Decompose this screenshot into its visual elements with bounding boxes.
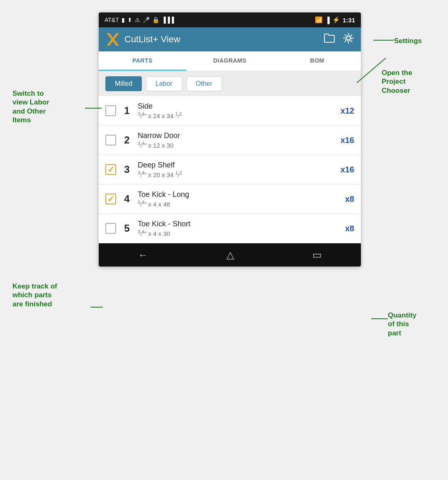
annotation-line-2 xyxy=(373,40,394,41)
app-bar-icons xyxy=(324,32,354,47)
part-name-5: Toe Kick - Short xyxy=(138,220,331,228)
part-qty-2: x16 xyxy=(336,136,354,145)
part-dims-5: 3/4" x 4 x 30 xyxy=(138,229,331,237)
status-bar: AT&T ▮ ⬆ ⚠ 🎤 🔒 ▐▐▐ 📶 ▐ ⚡ 1:31 xyxy=(99,12,361,27)
back-button[interactable]: ← xyxy=(138,249,148,261)
part-dims-4: 3/4" x 4 x 48 xyxy=(138,200,331,208)
parts-list: 1 Side 3/4" x 24 x 34 1/2 x12 2 Narrow D… xyxy=(99,96,361,243)
part-info-4: Toe Kick - Long 3/4" x 4 x 48 xyxy=(138,190,331,208)
table-row: 2 Narrow Door 3/4" x 12 x 30 x16 xyxy=(99,126,361,155)
part-qty-5: x8 xyxy=(336,224,354,233)
part-name-3: Deep Shelf xyxy=(138,161,331,170)
folder-icon[interactable] xyxy=(324,33,335,46)
annotation-line-4 xyxy=(371,318,388,319)
annotation-line-3 xyxy=(90,307,103,308)
part-number-5: 5 xyxy=(121,223,133,234)
part-number-3: 3 xyxy=(121,164,133,175)
table-row: ✓ 4 Toe Kick - Long 3/4" x 4 x 48 x8 xyxy=(99,184,361,214)
filter-labor[interactable]: Labor xyxy=(146,76,182,91)
upload-icon: ⬆ xyxy=(127,17,132,23)
app-bar-left: CutList+ View xyxy=(105,32,180,47)
battery-icon: ⚡ xyxy=(332,16,340,24)
app-title: CutList+ View xyxy=(124,34,180,45)
annotation-line-1 xyxy=(85,108,102,109)
carrier-text: AT&T xyxy=(105,17,119,23)
time-text: 1:31 xyxy=(343,17,355,24)
annotation-quantity: Quantityof thispart xyxy=(388,311,436,337)
part-number-2: 2 xyxy=(121,134,133,146)
app-bar: CutList+ View xyxy=(99,27,361,51)
svg-point-1 xyxy=(347,36,351,40)
home-button[interactable]: △ xyxy=(226,249,234,261)
part-info-1: Side 3/4" x 24 x 34 1/2 xyxy=(138,102,331,119)
tab-parts[interactable]: PARTS xyxy=(99,51,186,71)
part-qty-1: x12 xyxy=(336,106,354,116)
part-number-1: 1 xyxy=(121,105,133,116)
shield-icon: 🔒 xyxy=(152,17,159,23)
annotation-switch-view: Switch toview Laborand OtherItems xyxy=(12,89,85,124)
phone-container: AT&T ▮ ⬆ ⚠ 🎤 🔒 ▐▐▐ 📶 ▐ ⚡ 1:31 xyxy=(99,12,361,267)
part-dims-1: 3/4" x 24 x 34 1/2 xyxy=(138,112,331,119)
mic-icon: 🎤 xyxy=(143,17,150,23)
part-name-1: Side xyxy=(138,102,331,111)
signal-bars-icon: ▐ xyxy=(325,17,330,24)
checkbox-5[interactable] xyxy=(105,223,116,234)
recent-button[interactable]: ▭ xyxy=(312,249,322,261)
part-qty-4: x8 xyxy=(336,194,354,204)
annotation-arrow-project xyxy=(353,54,390,87)
part-dims-3: 3/4" x 20 x 34 1/2 xyxy=(138,170,331,178)
part-qty-3: x16 xyxy=(336,165,354,175)
filter-other[interactable]: Other xyxy=(186,76,222,91)
status-left: AT&T ▮ ⬆ ⚠ 🎤 🔒 ▐▐▐ xyxy=(105,17,174,23)
filter-milled[interactable]: Milled xyxy=(105,76,142,91)
checkbox-4[interactable]: ✓ xyxy=(105,194,116,204)
part-dims-2: 3/4" x 12 x 30 xyxy=(138,141,331,149)
tabs-bar: PARTS DIAGRAMS BOM xyxy=(99,51,361,71)
settings-icon[interactable] xyxy=(343,32,354,47)
filter-bar: Milled Labor Other xyxy=(99,71,361,96)
part-name-4: Toe Kick - Long xyxy=(138,190,331,199)
checkbox-1[interactable] xyxy=(105,105,116,116)
tab-bom[interactable]: BOM xyxy=(273,51,361,71)
table-row: 5 Toe Kick - Short 3/4" x 4 x 30 x8 xyxy=(99,214,361,243)
tab-diagrams[interactable]: DIAGRAMS xyxy=(186,51,274,71)
bottom-nav: ← △ ▭ xyxy=(99,243,361,267)
part-number-4: 4 xyxy=(121,193,133,205)
part-name-2: Narrow Door xyxy=(138,131,331,140)
checkbox-2[interactable] xyxy=(105,135,116,145)
checkmark-icon-3: ✓ xyxy=(107,165,114,175)
svg-line-3 xyxy=(357,58,386,83)
part-info-3: Deep Shelf 3/4" x 20 x 34 1/2 xyxy=(138,161,331,178)
annotation-keep-track: Keep track ofwhich partsare finished xyxy=(12,282,89,308)
part-info-5: Toe Kick - Short 3/4" x 4 x 30 xyxy=(138,220,331,237)
bars-icon: ▐▐▐ xyxy=(162,17,174,23)
status-right: 📶 ▐ ⚡ 1:31 xyxy=(315,16,355,24)
part-info-2: Narrow Door 3/4" x 12 x 30 xyxy=(138,131,331,149)
annotation-settings: Settings xyxy=(394,36,436,45)
table-row: ✓ 3 Deep Shelf 3/4" x 20 x 34 1/2 x16 xyxy=(99,155,361,184)
logo-icon xyxy=(105,32,120,47)
signal-icon: ▮ xyxy=(122,17,125,23)
alert-icon: ⚠ xyxy=(135,17,140,23)
checkmark-icon-4: ✓ xyxy=(107,194,114,204)
svg-marker-0 xyxy=(107,33,119,46)
wifi-icon: 📶 xyxy=(315,16,323,24)
table-row: 1 Side 3/4" x 24 x 34 1/2 x12 xyxy=(99,96,361,126)
checkbox-3[interactable]: ✓ xyxy=(105,164,116,175)
page-wrapper: AT&T ▮ ⬆ ⚠ 🎤 🔒 ▐▐▐ 📶 ▐ ⚡ 1:31 xyxy=(8,8,440,480)
